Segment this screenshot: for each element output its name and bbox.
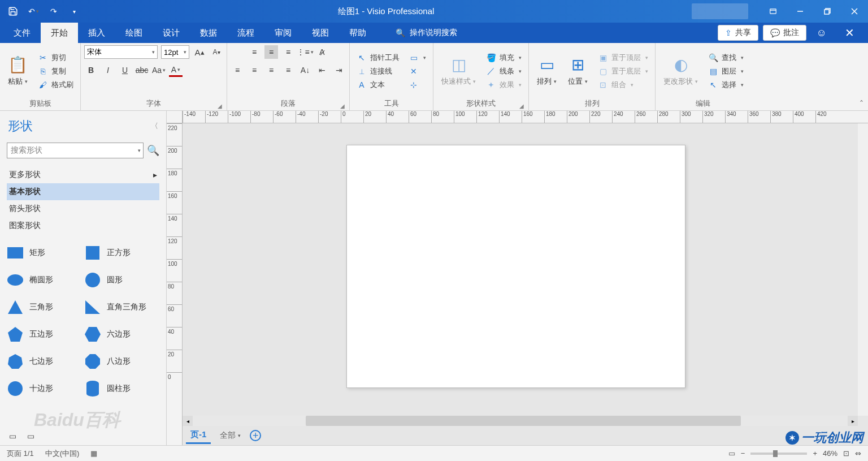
stencil-basic[interactable]: 基本形状 bbox=[7, 183, 159, 200]
tell-me-search[interactable]: 🔍 操作说明搜索 bbox=[388, 23, 465, 43]
zoom-out-icon[interactable]: − bbox=[741, 449, 745, 458]
close-ribbon-icon[interactable]: ✕ bbox=[837, 26, 862, 40]
shape-heptagon[interactable]: 七边形 bbox=[7, 353, 82, 370]
delete-tool-button[interactable]: ✕ bbox=[405, 65, 429, 77]
shape-right-triangle[interactable]: 直角三角形 bbox=[84, 299, 159, 316]
tab-design[interactable]: 设计 bbox=[153, 23, 190, 43]
align-center-icon[interactable]: ≡ bbox=[248, 63, 261, 77]
bold-icon[interactable]: B bbox=[84, 63, 98, 77]
undo-icon[interactable]: ↶ ▾ bbox=[27, 5, 40, 18]
fit-width-icon[interactable]: ⇔ bbox=[855, 449, 861, 458]
align-left-icon[interactable]: ≡ bbox=[231, 63, 244, 77]
zoom-level[interactable]: 46% bbox=[823, 449, 837, 458]
pointer-tool-button[interactable]: ↖指针工具 bbox=[353, 51, 403, 64]
add-page-button[interactable]: + bbox=[250, 430, 261, 441]
shape-triangle[interactable]: 三角形 bbox=[7, 299, 82, 316]
shape-hexagon[interactable]: 六边形 bbox=[84, 326, 159, 343]
format-painter-button[interactable]: 🖌格式刷 bbox=[34, 79, 77, 91]
shapes-search-input[interactable]: 搜索形状 ▾ bbox=[7, 143, 144, 158]
strikethrough-icon[interactable]: abc bbox=[135, 63, 149, 77]
shape-decagon[interactable]: 十边形 bbox=[7, 380, 82, 397]
comments-button[interactable]: 💬批注 bbox=[763, 25, 806, 41]
copy-button[interactable]: ⎘复制 bbox=[34, 65, 77, 77]
text-direction-icon[interactable]: A↓ bbox=[298, 63, 312, 77]
fill-button[interactable]: 🪣填充▾ bbox=[483, 51, 525, 64]
shape-pentagon[interactable]: 五边形 bbox=[7, 326, 82, 343]
shape-square[interactable]: 正方形 bbox=[84, 244, 159, 261]
more-shapes-item[interactable]: 更多形状▸ bbox=[7, 166, 159, 183]
align-button[interactable]: ▭ 排列▾ bbox=[532, 53, 561, 89]
paste-button[interactable]: 📋 粘贴▾ bbox=[3, 53, 32, 89]
tab-draw[interactable]: 绘图 bbox=[115, 23, 153, 43]
connector-tool-button[interactable]: ⟂连接线 bbox=[353, 65, 403, 77]
tab-data[interactable]: 数据 bbox=[190, 23, 227, 43]
stencil-arrows[interactable]: 箭头形状 bbox=[7, 200, 159, 217]
save-icon[interactable] bbox=[7, 5, 19, 18]
bullets-icon[interactable]: ⋮≡▾ bbox=[298, 45, 312, 59]
tab-help[interactable]: 帮助 bbox=[339, 23, 376, 43]
shape-rectangle[interactable]: 矩形 bbox=[7, 244, 82, 261]
align-middle-icon[interactable]: ≡ bbox=[264, 45, 278, 59]
feedback-icon[interactable]: ☺ bbox=[811, 27, 832, 39]
rectangle-tool-button[interactable]: ▭▾ bbox=[405, 51, 429, 64]
all-pages-button[interactable]: 全部▾ bbox=[220, 430, 241, 441]
presentation-mode-icon[interactable]: ▭ bbox=[728, 449, 735, 458]
underline-icon[interactable]: U bbox=[118, 63, 132, 77]
shape-circle[interactable]: 圆形 bbox=[84, 272, 159, 288]
panel-view2-icon[interactable]: ▭ bbox=[24, 429, 37, 443]
increase-font-icon[interactable]: A▴ bbox=[193, 45, 206, 59]
font-name-combo[interactable]: 宋体▾ bbox=[84, 45, 158, 59]
share-button[interactable]: ⇪共享 bbox=[718, 25, 758, 41]
layers-button[interactable]: ▤图层▾ bbox=[705, 65, 747, 77]
select-button[interactable]: ↖选择▾ bbox=[705, 79, 747, 91]
redo-icon[interactable]: ↷ bbox=[47, 5, 60, 18]
account-area[interactable] bbox=[692, 3, 748, 19]
tab-file[interactable]: 文件 bbox=[3, 23, 41, 43]
fit-page-icon[interactable]: ⊡ bbox=[843, 449, 849, 458]
vertical-scrollbar[interactable] bbox=[858, 123, 868, 416]
tab-insert[interactable]: 插入 bbox=[78, 23, 115, 43]
collapse-ribbon-icon[interactable]: ˄ bbox=[860, 99, 863, 108]
change-case-icon[interactable]: Aa▾ bbox=[152, 63, 166, 77]
scroll-left-icon[interactable]: ◂ bbox=[183, 416, 193, 426]
shape-ellipse[interactable]: 椭圆形 bbox=[7, 272, 82, 288]
increase-indent-icon[interactable]: ⇥ bbox=[332, 63, 346, 77]
font-dialog-launcher[interactable]: ◢ bbox=[218, 103, 222, 109]
decrease-indent-icon[interactable]: ⇤ bbox=[315, 63, 329, 77]
search-icon[interactable]: 🔍 bbox=[147, 144, 159, 157]
zoom-in-icon[interactable]: + bbox=[813, 449, 817, 458]
justify-icon[interactable]: ≡ bbox=[281, 63, 295, 77]
clear-format-icon[interactable]: A̷ bbox=[315, 45, 329, 59]
shape-octagon[interactable]: 八边形 bbox=[84, 353, 159, 370]
canvas-viewport[interactable] bbox=[183, 123, 858, 416]
line-button[interactable]: ／线条▾ bbox=[483, 65, 525, 77]
minimize-icon[interactable] bbox=[787, 0, 814, 23]
hscroll-thumb[interactable] bbox=[306, 416, 741, 426]
close-icon[interactable] bbox=[841, 0, 868, 23]
find-button[interactable]: 🔍查找▾ bbox=[705, 51, 747, 64]
zoom-slider[interactable] bbox=[750, 453, 807, 455]
scroll-right-icon[interactable]: ▸ bbox=[848, 416, 858, 426]
page-tab-1[interactable]: 页-1 bbox=[186, 427, 211, 444]
shape-styles-dialog-launcher[interactable]: ◢ bbox=[519, 103, 524, 109]
maximize-icon[interactable] bbox=[814, 0, 841, 23]
align-right-icon[interactable]: ≡ bbox=[264, 63, 278, 77]
position-button[interactable]: ⊞ 位置▾ bbox=[563, 53, 592, 89]
ribbon-display-icon[interactable] bbox=[760, 0, 787, 23]
qat-customize-icon[interactable]: ▾ bbox=[68, 5, 80, 18]
tab-view[interactable]: 视图 bbox=[302, 23, 339, 43]
stencil-patterns[interactable]: 图案形状 bbox=[7, 217, 159, 234]
font-size-combo[interactable]: 12pt▾ bbox=[161, 45, 189, 59]
font-color-icon[interactable]: A▾ bbox=[169, 63, 183, 77]
drawing-page[interactable] bbox=[346, 145, 685, 388]
connection-point-button[interactable]: ⊹ bbox=[405, 79, 429, 91]
panel-view1-icon[interactable]: ▭ bbox=[6, 429, 19, 443]
italic-icon[interactable]: I bbox=[101, 63, 115, 77]
status-record-icon[interactable]: ▦ bbox=[90, 449, 97, 458]
horizontal-scrollbar[interactable]: ◂ ▸ bbox=[183, 416, 858, 426]
tab-process[interactable]: 流程 bbox=[227, 23, 264, 43]
paragraph-dialog-launcher[interactable]: ◢ bbox=[340, 103, 345, 109]
align-bottom-icon[interactable]: ≡ bbox=[281, 45, 295, 59]
collapse-panel-icon[interactable]: 〈 bbox=[151, 121, 158, 131]
search-dropdown-icon[interactable]: ▾ bbox=[138, 148, 141, 153]
